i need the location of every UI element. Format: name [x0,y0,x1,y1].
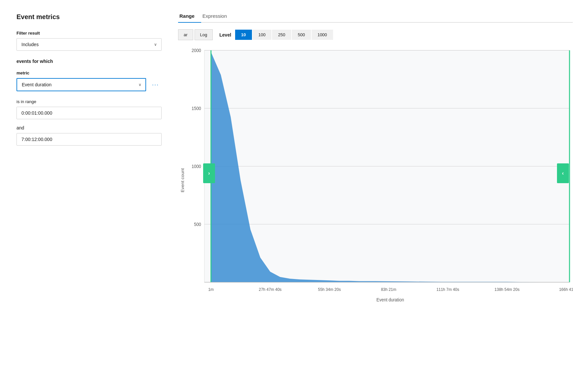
chart-area: 2000 1500 1000 500 Event count 1m 27h 47… [178,47,573,310]
metric-ellipsis-button[interactable]: ··· [149,80,162,90]
level-100-button[interactable]: 100 [253,30,272,40]
tab-expression[interactable]: Expression [201,10,233,23]
level-1000-button[interactable]: 1000 [312,30,333,40]
filter-result-select[interactable]: Includes Excludes [16,38,162,51]
svg-text:138h 54m 20s: 138h 54m 20s [495,287,520,292]
range-end-input[interactable] [16,133,162,146]
svg-text:1m: 1m [208,287,214,292]
svg-text:Event count: Event count [180,168,185,192]
metric-select-wrapper: Event duration Event count Event value ∨ [16,78,146,91]
scale-ar-button[interactable]: ar [178,29,193,40]
chart-controls: ar Log Level 10 100 250 500 1000 [178,29,573,40]
chart-svg: 2000 1500 1000 500 Event count 1m 27h 47… [178,47,573,310]
range-handle-left[interactable]: › [203,163,215,183]
right-handle-arrow-icon: ‹ [562,170,564,176]
metric-label: metric [16,70,162,75]
level-500-button[interactable]: 500 [292,30,311,40]
tab-range[interactable]: Range [178,10,201,23]
events-for-which-label: events for which [16,59,162,64]
page-title: Event metrics [16,13,162,21]
tabs: Range Expression [178,10,573,23]
svg-text:1000: 1000 [192,164,201,169]
svg-text:27h 47m 40s: 27h 47m 40s [259,287,282,292]
range-start-input[interactable] [16,107,162,119]
scale-log-button[interactable]: Log [195,29,213,40]
filter-result-label: Filter result [16,31,162,36]
range-handle-right[interactable]: ‹ [557,163,569,183]
svg-text:55h 34m 20s: 55h 34m 20s [318,287,341,292]
and-label: and [16,125,162,130]
svg-text:1500: 1500 [192,106,201,111]
filter-result-select-wrapper: Includes Excludes ∨ [16,38,162,51]
svg-text:166h 41m: 166h 41m [559,287,573,292]
svg-text:2000: 2000 [192,48,201,53]
svg-text:83h 21m: 83h 21m [381,287,396,292]
left-handle-arrow-icon: › [208,170,210,176]
level-250-button[interactable]: 250 [272,30,291,40]
level-buttons: 10 100 250 500 1000 [235,30,333,40]
svg-text:500: 500 [194,222,201,227]
metric-select[interactable]: Event duration Event count Event value [16,78,146,91]
svg-text:111h 7m 40s: 111h 7m 40s [436,287,459,292]
level-10-button[interactable]: 10 [235,30,252,40]
metric-row: Event duration Event count Event value ∨… [16,78,162,91]
svg-text:Event duration: Event duration [377,297,404,302]
right-panel: Range Expression ar Log Level 10 100 250… [171,7,579,385]
left-panel: Event metrics Filter result Includes Exc… [7,7,171,385]
level-label: Level [219,32,231,38]
is-in-range-label: is in range [16,99,162,104]
